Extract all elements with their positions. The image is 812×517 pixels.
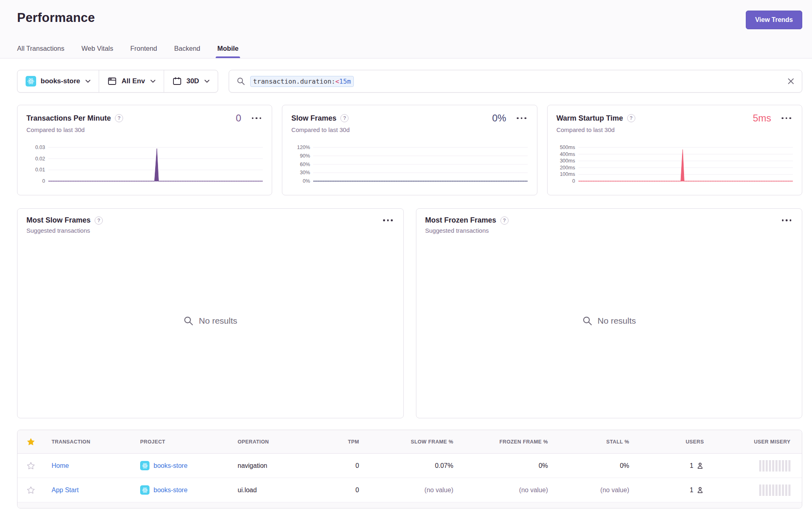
performance-page: Performance View Trends All Transactions…	[0, 0, 812, 517]
date-range-dropdown[interactable]: 30D	[164, 70, 218, 92]
frozen-frame-cell: (no value)	[458, 487, 553, 494]
help-icon[interactable]: ?	[500, 216, 509, 225]
star-toggle[interactable]	[17, 486, 43, 495]
card-subtitle: Compared to last 30d	[26, 126, 263, 133]
search-filter-token[interactable]: transaction.duration:<15m	[250, 76, 354, 87]
tpm-cell: 0	[326, 462, 364, 469]
user-icon	[696, 462, 704, 469]
project-link[interactable]: books-store	[154, 487, 188, 494]
tpm-cell: 0	[326, 487, 364, 494]
y-axis-tick-label: 0	[21, 178, 45, 184]
column-header[interactable]: PROJECT	[135, 439, 233, 445]
user-misery-cell	[709, 485, 802, 496]
column-header[interactable]: STALL %	[553, 439, 634, 445]
card-subtitle: Compared to last 30d	[556, 126, 793, 133]
users-cell: 1	[634, 486, 709, 494]
stall-cell: (no value)	[553, 487, 634, 494]
panel-title: Most Slow Frames	[26, 216, 91, 225]
date-range-label: 30D	[186, 77, 199, 85]
column-header[interactable]: TPM	[326, 439, 364, 445]
help-icon[interactable]: ?	[95, 216, 103, 225]
column-header[interactable]: TRANSACTION	[43, 439, 135, 445]
sparkline-svg	[48, 145, 263, 184]
transaction-link[interactable]: App Start	[52, 487, 79, 494]
column-header[interactable]: USER MISERY	[709, 439, 802, 445]
react-project-icon	[140, 461, 149, 470]
search-input[interactable]: transaction.duration:<15m	[229, 70, 802, 93]
card-subtitle: Compared to last 30d	[291, 126, 528, 133]
user-icon	[696, 486, 704, 494]
y-axis-tick-label: 120%	[286, 144, 310, 151]
y-axis-tick-label: 0.01	[21, 167, 45, 173]
tab-mobile[interactable]: Mobile	[217, 45, 238, 58]
card-title: Slow Frames	[291, 114, 336, 123]
table-row: Homebooks-storenavigation00.07%0%0%1	[17, 454, 802, 478]
star-outline-icon	[26, 486, 35, 495]
search-icon	[183, 316, 194, 326]
tab-frontend[interactable]: Frontend	[130, 45, 157, 58]
y-axis-tick-label: 100ms	[551, 171, 575, 177]
search-icon	[582, 316, 593, 326]
page-title: Performance	[17, 11, 95, 25]
project-link[interactable]: books-store	[154, 462, 188, 469]
slow-frames-sparkline-chart: 120%90%60%30%0%	[291, 145, 528, 184]
column-header[interactable]: OPERATION	[233, 439, 326, 445]
metric-cards: Transactions Per Minute ? 0 Compared to …	[17, 105, 802, 195]
star-column-header[interactable]	[17, 437, 43, 446]
most-slow-frames-panel: Most Slow Frames ? Suggested transaction…	[17, 208, 404, 418]
project-filter-label: books-store	[41, 77, 80, 85]
metric-value: 0%	[492, 112, 506, 124]
y-axis-tick-label: 30%	[286, 169, 310, 176]
stall-cell: 0%	[553, 462, 634, 469]
y-axis-tick-label: 400ms	[551, 151, 575, 158]
page-header: Performance View Trends All Transactions…	[0, 0, 812, 58]
star-toggle[interactable]	[17, 461, 43, 470]
help-icon[interactable]: ?	[115, 114, 123, 122]
project-filter-dropdown[interactable]: books-store	[17, 70, 99, 92]
overflow-menu-button[interactable]	[780, 218, 793, 223]
y-axis-tick-label: 0	[551, 178, 575, 184]
card-title: Transactions Per Minute	[26, 114, 111, 123]
environment-icon	[107, 76, 117, 86]
slow-frame-cell: (no value)	[364, 487, 458, 494]
column-header[interactable]: SLOW FRAME %	[364, 439, 458, 445]
environment-filter-dropdown[interactable]: All Env	[99, 70, 164, 92]
table-row: App Startbooks-storeui.load0(no value)(n…	[17, 478, 802, 502]
overflow-menu-button[interactable]	[250, 116, 263, 121]
search-icon	[236, 77, 245, 86]
view-trends-button[interactable]: View Trends	[746, 11, 802, 29]
slow-frames-card: Slow Frames ? 0% Compared to last 30d 12…	[282, 105, 537, 195]
y-axis-tick-label: 90%	[286, 153, 310, 159]
chevron-down-icon	[85, 80, 91, 83]
tpm-sparkline-chart: 0.030.020.010	[26, 145, 263, 184]
user-misery-score-bar	[759, 460, 790, 472]
help-icon[interactable]: ?	[627, 114, 635, 122]
environment-filter-label: All Env	[121, 77, 145, 85]
overflow-menu-button[interactable]	[780, 116, 793, 121]
panel-subtitle: Suggested transactions	[26, 227, 394, 234]
suggested-transactions-panels: Most Slow Frames ? Suggested transaction…	[17, 208, 802, 418]
transaction-link[interactable]: Home	[52, 462, 69, 469]
user-misery-score-bar	[759, 485, 790, 496]
react-project-icon	[26, 76, 36, 87]
clear-search-icon[interactable]	[787, 78, 795, 85]
tab-web-vitals[interactable]: Web Vitals	[81, 45, 113, 58]
y-axis-tick-label: 500ms	[551, 144, 575, 151]
tab-backend[interactable]: Backend	[174, 45, 200, 58]
panel-subtitle: Suggested transactions	[425, 227, 793, 234]
performance-tabs: All TransactionsWeb VitalsFrontendBacken…	[17, 45, 802, 58]
tab-all-transactions[interactable]: All Transactions	[17, 45, 64, 58]
table-footer	[17, 502, 802, 508]
users-cell: 1	[634, 462, 709, 469]
chevron-down-icon	[204, 80, 210, 83]
column-header[interactable]: FROZEN FRAME %	[458, 439, 553, 445]
overflow-menu-button[interactable]	[515, 116, 528, 121]
overflow-menu-button[interactable]	[381, 218, 394, 223]
y-axis-tick-label: 0.03	[21, 144, 45, 151]
filter-row: books-store All Env 3	[17, 70, 802, 93]
card-title: Warm Startup Time	[556, 114, 623, 123]
y-axis-tick-label: 200ms	[551, 164, 575, 171]
no-results-text: No results	[598, 316, 636, 326]
help-icon[interactable]: ?	[340, 114, 349, 122]
column-header[interactable]: USERS	[634, 439, 709, 445]
